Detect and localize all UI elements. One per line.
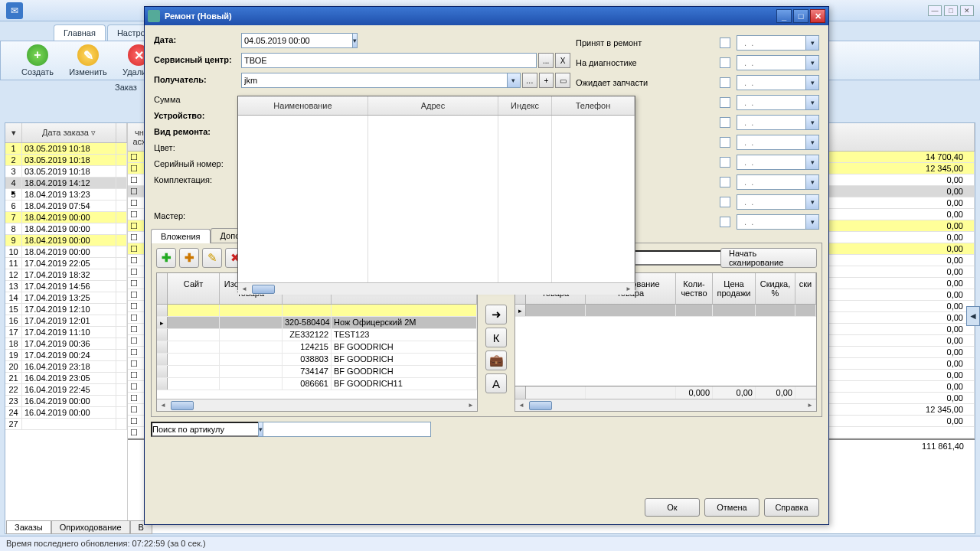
status-checkbox[interactable] bbox=[720, 117, 730, 128]
col-date[interactable]: Дата заказа ▿ bbox=[22, 123, 116, 142]
date-dropdown-icon[interactable] bbox=[352, 33, 358, 48]
rcol-last[interactable]: ски bbox=[795, 273, 816, 304]
status-date-input[interactable] bbox=[737, 135, 805, 150]
rcol-price[interactable]: Цена продажи bbox=[713, 273, 756, 304]
table-row[interactable]: 4 ▸18.04.2019 14:12 bbox=[5, 178, 127, 189]
add-orange-button[interactable]: ✚ bbox=[179, 248, 199, 268]
status-checkbox[interactable] bbox=[720, 97, 730, 108]
table-row[interactable]: 2016.04.2019 23:18 bbox=[5, 361, 127, 373]
status-date-input[interactable] bbox=[737, 115, 805, 130]
a-button[interactable]: A bbox=[485, 373, 507, 393]
table-row[interactable]: 818.04.2019 00:00 bbox=[5, 223, 127, 235]
status-date-dropdown-icon[interactable] bbox=[805, 55, 819, 70]
popup-hscroll[interactable] bbox=[238, 282, 635, 295]
table-row[interactable]: 1417.04.2019 13:25 bbox=[5, 292, 127, 304]
center-lookup-button[interactable]: ... bbox=[538, 53, 554, 68]
table-row[interactable]: 618.04.2019 07:54 bbox=[5, 201, 127, 212]
start-scan-button[interactable]: Начать сканирование bbox=[720, 248, 817, 268]
status-date-input[interactable] bbox=[737, 35, 805, 51]
table-row[interactable]: 1317.04.2019 14:56 bbox=[5, 281, 127, 292]
status-checkbox[interactable] bbox=[720, 157, 730, 168]
status-date-dropdown-icon[interactable] bbox=[805, 115, 819, 130]
table-row[interactable]: 2316.04.2019 00:00 bbox=[5, 396, 127, 407]
popup-col-index[interactable]: Индекс bbox=[498, 96, 552, 115]
tab-main[interactable]: Главная bbox=[54, 24, 106, 41]
lcol-site[interactable]: Сайт bbox=[168, 273, 220, 304]
rcol-discount[interactable]: Скидка, % bbox=[756, 273, 795, 304]
status-checkbox[interactable] bbox=[720, 77, 730, 88]
center-clear-button[interactable]: X bbox=[555, 53, 570, 68]
left-grid-hscroll[interactable] bbox=[157, 399, 477, 411]
status-checkbox[interactable] bbox=[720, 197, 730, 207]
side-collapse-icon[interactable]: ◄ bbox=[966, 306, 980, 326]
status-date-dropdown-icon[interactable] bbox=[805, 194, 819, 210]
recipient-dropdown-icon[interactable] bbox=[507, 73, 521, 88]
k-button[interactable]: К bbox=[485, 328, 507, 347]
table-row[interactable]: 2416.04.2019 00:00 bbox=[5, 407, 127, 419]
create-button[interactable]: +Создать bbox=[16, 44, 59, 77]
ok-button[interactable]: Ок bbox=[645, 498, 700, 517]
status-date-input[interactable] bbox=[737, 55, 805, 70]
status-checkbox[interactable] bbox=[720, 217, 730, 227]
table-row[interactable]: 086661BF GOODRICH11 bbox=[157, 378, 477, 390]
table-row[interactable]: 518.04.2019 13:23 bbox=[5, 189, 127, 201]
search-input[interactable] bbox=[263, 422, 431, 437]
table-row[interactable]: ▸ bbox=[515, 305, 816, 317]
status-date-input[interactable] bbox=[737, 95, 805, 110]
status-checkbox[interactable] bbox=[720, 177, 730, 187]
table-row[interactable]: ZE332122TEST123 bbox=[157, 329, 477, 341]
table-row[interactable]: 734147BF GOODRICH bbox=[157, 366, 477, 378]
add-green-button[interactable]: ✚ bbox=[156, 248, 176, 268]
discount-input[interactable] bbox=[626, 250, 733, 266]
recipient-add-button[interactable]: + bbox=[539, 73, 554, 88]
status-checkbox[interactable] bbox=[720, 137, 730, 148]
recipient-dropdown-popup[interactable]: Наименование Адрес Индекс Телефон bbox=[237, 96, 635, 290]
table-row[interactable]: 2216.04.2019 22:45 bbox=[5, 384, 127, 396]
table-row[interactable]: 1917.04.2019 00:24 bbox=[5, 350, 127, 361]
table-row[interactable]: 1617.04.2019 12:01 bbox=[5, 315, 127, 327]
app-min-icon[interactable]: — bbox=[928, 5, 942, 16]
popup-col-name[interactable]: Наименование bbox=[238, 96, 368, 115]
table-row[interactable]: 124215BF GOODRICH bbox=[157, 341, 477, 354]
center-input[interactable] bbox=[241, 53, 537, 68]
table-row[interactable]: 27 bbox=[5, 419, 127, 430]
popup-col-phone[interactable]: Телефон bbox=[552, 96, 635, 115]
status-date-input[interactable] bbox=[737, 155, 805, 170]
status-date-dropdown-icon[interactable] bbox=[805, 35, 819, 51]
app-close-icon[interactable]: ✕ bbox=[960, 5, 974, 16]
dialog-titlebar[interactable]: Ремонт (Новый) _ □ ✕ bbox=[145, 7, 828, 25]
status-date-input[interactable] bbox=[737, 194, 805, 210]
status-date-dropdown-icon[interactable] bbox=[805, 214, 819, 230]
maximize-button[interactable]: □ bbox=[793, 9, 808, 23]
recipient-input[interactable] bbox=[241, 73, 507, 88]
table-row[interactable]: 203.05.2019 10:18 bbox=[5, 155, 127, 166]
close-button[interactable]: ✕ bbox=[810, 9, 825, 23]
table-row[interactable]: ▸320-580404Нож Офицерский 2М bbox=[157, 317, 477, 329]
table-row[interactable]: 1018.04.2019 00:00 bbox=[5, 246, 127, 258]
status-date-dropdown-icon[interactable] bbox=[805, 174, 819, 190]
table-row[interactable]: 918.04.2019 00:00 bbox=[5, 235, 127, 246]
wallet-icon[interactable]: 💼 bbox=[485, 350, 507, 370]
move-right-icon[interactable]: ➜ bbox=[485, 305, 507, 324]
table-row[interactable]: 1717.04.2019 11:10 bbox=[5, 327, 127, 338]
rcol-qty[interactable]: Коли-чество bbox=[676, 273, 713, 304]
table-row[interactable]: 1117.04.2019 22:05 bbox=[5, 258, 127, 269]
search-mode-select[interactable] bbox=[151, 422, 258, 437]
table-row[interactable]: 1517.04.2019 12:10 bbox=[5, 304, 127, 315]
app-max-icon[interactable]: □ bbox=[944, 5, 958, 16]
recipient-card-button[interactable]: ▭ bbox=[555, 73, 570, 88]
tab-orders[interactable]: Заказы bbox=[6, 520, 51, 534]
minimize-button[interactable]: _ bbox=[776, 9, 792, 23]
table-row[interactable]: 1817.04.2019 00:36 bbox=[5, 338, 127, 350]
date-input[interactable] bbox=[241, 33, 352, 48]
tab-attachments[interactable]: Вложения bbox=[151, 229, 211, 243]
status-date-dropdown-icon[interactable] bbox=[805, 155, 819, 170]
popup-col-addr[interactable]: Адрес bbox=[368, 96, 498, 115]
status-date-dropdown-icon[interactable] bbox=[805, 95, 819, 110]
table-row[interactable]: 718.04.2019 00:00 bbox=[5, 212, 127, 223]
status-checkbox[interactable] bbox=[720, 57, 730, 68]
edit-item-button[interactable]: ✎ bbox=[202, 248, 222, 268]
table-row[interactable]: 103.05.2019 10:18 bbox=[5, 143, 127, 155]
right-grid-hscroll[interactable] bbox=[515, 399, 816, 411]
table-row[interactable]: 303.05.2019 10:18 bbox=[5, 166, 127, 178]
